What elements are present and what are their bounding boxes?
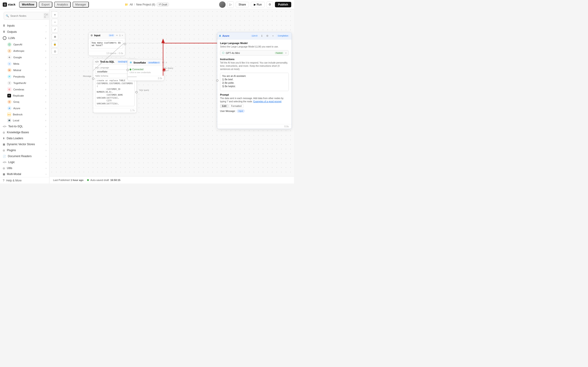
azure-left-port[interactable] (216, 79, 218, 82)
sidebar-item-knowledge-bases[interactable]: ◎ Knowledge Bases › (0, 129, 49, 135)
auto-saved-time: 16:50:15 (110, 179, 120, 181)
search-input[interactable] (10, 15, 42, 17)
sql-node-footer: 1.7s (93, 108, 137, 113)
input-node: ⊕ Input 1n·0 ✏ ℹ × how many customers do… (88, 32, 125, 56)
azure-panel-header: A Azure 11m·0 ℹ ⚙ × Completion (217, 32, 292, 40)
run-button[interactable]: ▶ Run (251, 2, 265, 7)
tab-manager[interactable]: Manager (73, 2, 89, 8)
bedrock-drag-icon: ≡ (45, 113, 46, 116)
tab-analytics[interactable]: Analytics (54, 2, 71, 8)
anthropic-drag-icon: ≡ (45, 50, 46, 52)
sidebar-item-multi-modal[interactable]: ▦ Multi-Modal › (0, 171, 49, 177)
main-layout: 🔍 Ctrl K ▤ ⬇ Inputs › ⬆ Outputs › ○ LLMs… (0, 9, 294, 184)
instructions-box[interactable]: You are an AI assistant. 1) Be brief. 2)… (220, 73, 289, 91)
fit-view-button[interactable]: ⤢ (52, 26, 58, 33)
snowflake-settings-icon[interactable]: ⚙ (162, 61, 164, 64)
azure-time: 0.0s (284, 125, 289, 128)
sidebar-item-google[interactable]: G Google ≡ (0, 54, 49, 60)
breadcrumb-separator: / (134, 3, 135, 6)
azure-info-icon[interactable]: ℹ (260, 34, 264, 38)
sidebar-item-dynamic-vector-stores[interactable]: ▦ Dynamic Vector Stores › (0, 141, 49, 147)
zoom-in-button[interactable]: + (52, 11, 58, 18)
input-info-icon[interactable]: ℹ (120, 34, 120, 37)
sidebar-item-replicate[interactable]: R Replicate ≡ (0, 93, 49, 99)
model-name: GPT-4o Mini (226, 52, 273, 54)
sidebar-item-plugins[interactable]: ◎ Plugins › (0, 147, 49, 153)
sidebar-item-bedrock[interactable]: aws Bedrock ≡ (0, 111, 49, 117)
draft-badge[interactable]: ↺ Draft (157, 2, 169, 7)
user-avatar[interactable] (219, 1, 225, 8)
publish-button[interactable]: Publish (275, 2, 291, 7)
settings-icon-btn[interactable]: ⚙ (267, 1, 273, 8)
sidebar-item-anthropic[interactable]: A Anthropic ≡ (0, 48, 49, 54)
tab-workflow[interactable]: Workflow (19, 2, 37, 8)
sidebar-label-mistral: Mistral (13, 69, 43, 72)
sidebar-item-mistral[interactable]: M Mistral ≡ (0, 67, 49, 73)
schema-box: create or replace TABLE CUSTOMERS.CUSTOM… (95, 78, 135, 106)
sidebar-label-inputs: Inputs (7, 24, 44, 27)
input-textarea[interactable]: how many customers do we have? (90, 40, 123, 48)
sidebar-item-data-loaders[interactable]: ⬇ Data Loaders › (0, 135, 49, 141)
sidebar-label-dynamic-vector-stores: Dynamic Vector Stores (7, 143, 44, 146)
sidebar-item-logic[interactable]: </> Logic › (0, 159, 49, 165)
sidebar-item-outputs[interactable]: ⬆ Outputs › (0, 29, 49, 35)
zoom-out-button[interactable]: − (52, 19, 58, 25)
prompt-examples-link[interactable]: Examples of a good prompt (253, 100, 281, 103)
edit-tab[interactable]: Edit (220, 104, 229, 108)
input-close-icon[interactable]: × (122, 34, 123, 37)
sidebar-label-logic: Logic (8, 161, 44, 164)
sidebar-item-groq[interactable]: G Groq ≡ (0, 99, 49, 105)
azure-settings-icon[interactable]: ⚙ (265, 34, 269, 38)
sql-right-port-sql[interactable] (135, 91, 138, 93)
sidebar-item-openai[interactable]: ⬡ OpenAI ≡ (0, 41, 49, 48)
input-node-right-port[interactable] (124, 43, 126, 45)
openai-icon: ⬡ (7, 42, 11, 47)
formatted-tab[interactable]: Formatted (229, 104, 244, 108)
click-credentials[interactable]: Click to see credentials (130, 71, 162, 74)
auto-saved-indicator (87, 179, 89, 181)
grid-button[interactable]: ⊡ (52, 48, 58, 55)
connected-label: Connected (132, 68, 143, 71)
sidebar-label-azure: Azure (13, 107, 43, 110)
sidebar-item-perplexity[interactable]: P Perplexity ≡ (0, 73, 49, 80)
snowflake-node-footer: 2.0s (128, 76, 164, 81)
sidebar-item-document-readers[interactable]: 📄 Document Readers › (0, 153, 49, 159)
sidebar-label-groq: Groq (13, 100, 43, 103)
sidebar-item-help[interactable]: ? Help & More (0, 177, 49, 184)
sidebar-item-utils[interactable]: ◎ Utils › (0, 165, 49, 171)
input-edit-icon[interactable]: ✏ (116, 34, 118, 37)
azure-close-icon[interactable]: × (271, 34, 275, 38)
footer-separator: | (117, 52, 118, 55)
sidebar-item-meta[interactable]: ∞ Meta ≡ (0, 60, 49, 67)
share-button[interactable]: Share (236, 2, 249, 7)
prompt-content-area[interactable] (220, 113, 289, 122)
sidebar-item-text-to-sql[interactable]: </> Text-to-SQL ≡ (0, 123, 49, 129)
snowflake-icon: ❄ (130, 61, 132, 64)
sql-time: 1.7s (130, 109, 135, 112)
sidebar-item-inputs[interactable]: ⬇ Inputs › (0, 23, 49, 29)
tab-export[interactable]: Export (39, 2, 52, 8)
sidebar-item-azure[interactable]: A Azure ≡ (0, 105, 49, 111)
lock-button[interactable]: 🔒 (52, 41, 58, 47)
anthropic-icon: A (7, 49, 11, 53)
snap-button[interactable]: ⊞ (52, 33, 58, 40)
top-navigation: stack Workflow Export Analytics Manager … (0, 0, 294, 9)
model-select-row[interactable]: ⬡ GPT-4o Mini Fastest ∨ (220, 50, 289, 56)
sidebar-label-anthropic: Anthropic (13, 50, 43, 52)
logic-icon: </> (3, 161, 6, 164)
sidebar-item-llms[interactable]: ○ LLMs ∨ (0, 35, 49, 41)
run-play-icon: ▶ (254, 3, 256, 6)
connected-dot (130, 69, 131, 70)
snowflake-left-port[interactable] (127, 69, 129, 71)
sidebar-item-cerebras[interactable]: C Cerebras ≡ (0, 86, 49, 93)
utils-arrow-icon: › (46, 167, 46, 169)
play-icon-btn[interactable]: ▷ (227, 1, 234, 8)
togetherai-icon: T (7, 81, 11, 85)
auto-saved-label: Auto-saved draft (90, 179, 109, 181)
snowflake-node-title: Snowflake (133, 61, 146, 64)
snowflake-close-icon[interactable]: × (166, 61, 167, 64)
draft-icon: ↺ (159, 3, 161, 6)
replicate-icon: R (7, 94, 11, 98)
sidebar-item-local[interactable]: 💻 Local ≡ (0, 117, 49, 123)
sidebar-item-togetherai[interactable]: T TogetherAI ≡ (0, 80, 49, 86)
